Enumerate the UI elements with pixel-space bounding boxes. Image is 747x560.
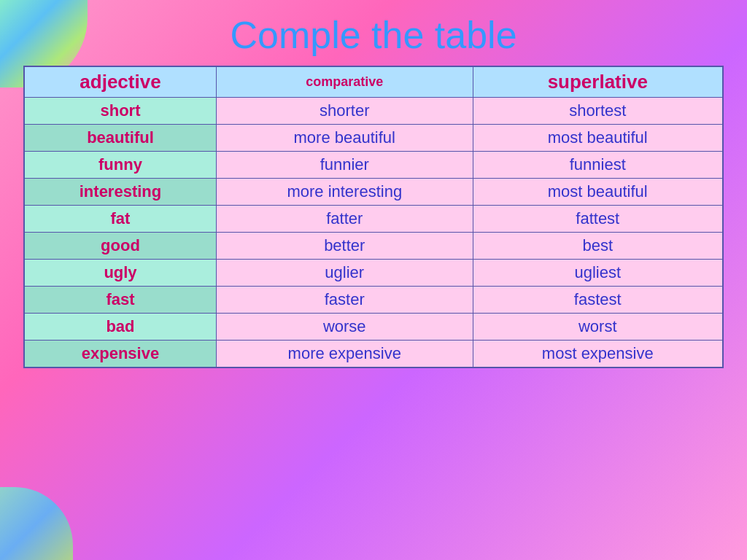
table-row: fatfatterfattest: [24, 206, 723, 233]
cell-adjective: fast: [24, 287, 216, 314]
cell-superlative: shortest: [473, 98, 723, 125]
page-title: Comple the table: [230, 13, 516, 57]
table-row: shortshortershortest: [24, 98, 723, 125]
cell-comparative: faster: [216, 287, 473, 314]
col-header-adjective: adjective: [24, 66, 216, 98]
cell-adjective: beautiful: [24, 125, 216, 152]
cell-superlative: funniest: [473, 152, 723, 179]
table-row: goodbetterbest: [24, 233, 723, 260]
cell-superlative: most beautiful: [473, 179, 723, 206]
table-row: badworseworst: [24, 314, 723, 341]
cell-adjective: short: [24, 98, 216, 125]
cell-comparative: more expensive: [216, 341, 473, 368]
table-row: fastfasterfastest: [24, 287, 723, 314]
cell-adjective: bad: [24, 314, 216, 341]
cell-superlative: most beautiful: [473, 125, 723, 152]
cell-comparative: better: [216, 233, 473, 260]
cell-superlative: fattest: [473, 206, 723, 233]
cell-adjective: fat: [24, 206, 216, 233]
cell-adjective: interesting: [24, 179, 216, 206]
table-row: expensivemore expensivemost expensive: [24, 341, 723, 368]
cell-adjective: expensive: [24, 341, 216, 368]
cell-superlative: ugliest: [473, 260, 723, 287]
adjective-table: adjective comparative superlative shorts…: [23, 66, 724, 368]
cell-comparative: uglier: [216, 260, 473, 287]
table-row: beautifulmore beautifulmost beautiful: [24, 125, 723, 152]
col-header-superlative: superlative: [473, 66, 723, 98]
table-row: uglyuglierugliest: [24, 260, 723, 287]
cell-comparative: shorter: [216, 98, 473, 125]
table-header-row: adjective comparative superlative: [24, 66, 723, 98]
cell-comparative: more interesting: [216, 179, 473, 206]
cell-adjective: funny: [24, 152, 216, 179]
cell-adjective: good: [24, 233, 216, 260]
cell-comparative: fatter: [216, 206, 473, 233]
table-row: interestingmore interestingmost beautifu…: [24, 179, 723, 206]
cell-comparative: more beautiful: [216, 125, 473, 152]
cell-comparative: worse: [216, 314, 473, 341]
cell-adjective: ugly: [24, 260, 216, 287]
table-container: adjective comparative superlative shorts…: [23, 66, 724, 368]
col-header-comparative: comparative: [216, 66, 473, 98]
table-row: funnyfunnierfunniest: [24, 152, 723, 179]
cell-superlative: fastest: [473, 287, 723, 314]
cell-superlative: best: [473, 233, 723, 260]
cell-superlative: most expensive: [473, 341, 723, 368]
cell-superlative: worst: [473, 314, 723, 341]
cell-comparative: funnier: [216, 152, 473, 179]
